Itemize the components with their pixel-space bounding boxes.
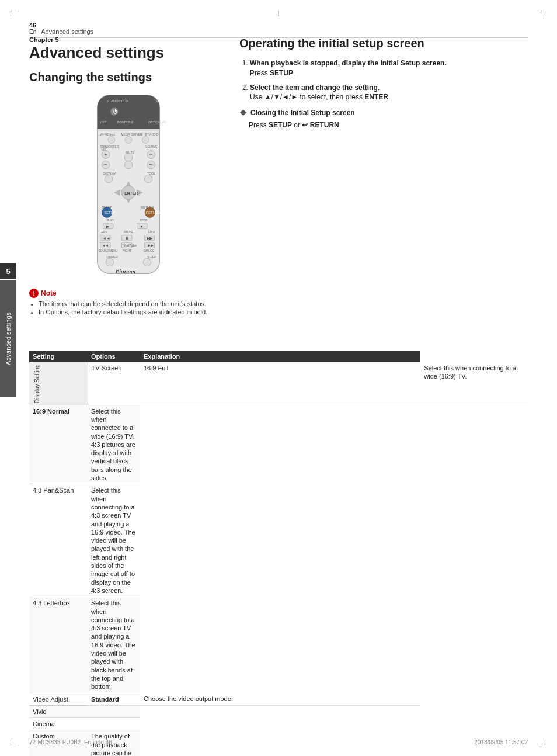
svg-text:USB: USB xyxy=(100,120,107,124)
explanation-cell: Choose the video output mode. xyxy=(140,693,420,705)
svg-text:▶▶: ▶▶ xyxy=(147,236,153,240)
note-icon: ! xyxy=(29,289,39,298)
col-options: Options xyxy=(88,351,140,362)
table-section: Setting Options Explanation Display Sett… xyxy=(29,346,528,756)
explanation-cell: Select this when connecting to a wide (1… xyxy=(420,362,528,405)
explanation-cell: Select this when connected to a wide (16… xyxy=(88,405,140,484)
page-header: 46 En Advanced settings xyxy=(29,22,528,38)
svg-text:−: − xyxy=(149,161,153,168)
table-row: Video AdjustStandardChoose the video out… xyxy=(29,693,528,705)
option-cell: Cinema xyxy=(29,718,88,730)
svg-point-25 xyxy=(124,153,133,161)
diamond-section: ❖ Closing the Initial Setup screen Press… xyxy=(239,108,528,130)
svg-text:OPTICAL I/O: OPTICAL I/O xyxy=(148,120,166,124)
side-tab-number: 5 xyxy=(0,263,16,279)
svg-text:DIALOG: DIALOG xyxy=(144,249,154,252)
svg-point-33 xyxy=(105,175,113,183)
option-cell: 4:3 Letterbox xyxy=(29,597,88,693)
svg-text:STANDBY/ON: STANDBY/ON xyxy=(107,99,128,103)
group-cell: Display Setting xyxy=(29,362,88,405)
diamond-title: ❖ Closing the Initial Setup screen xyxy=(239,108,528,117)
steps-list: When playback is stopped, display the In… xyxy=(239,58,528,102)
step-2: Select the item and change the setting. … xyxy=(250,83,528,103)
table-row: Cinema xyxy=(29,718,528,730)
right-section-title: Operating the initial setup screen xyxy=(239,36,528,50)
step-1-body: Press SETUP. xyxy=(250,69,295,77)
top-center-mark xyxy=(278,11,279,16)
settings-table: Setting Options Explanation Display Sett… xyxy=(29,351,528,756)
table-body: Display SettingTV Screen16:9 FullSelect … xyxy=(29,362,528,756)
explanation-cell xyxy=(88,705,140,717)
svg-text:NIGHT: NIGHT xyxy=(123,249,131,252)
remote-svg: STANDBY/ON TV ⏻ USB PORTABLE OPTICAL I/O… xyxy=(79,92,178,279)
note-item-1: The items that can be selected depend on… xyxy=(39,300,228,307)
option-cell: 16:9 Full xyxy=(140,362,420,405)
step-1-title: When playback is stopped, display the In… xyxy=(250,59,447,67)
header-section: Advanced settings xyxy=(41,28,93,35)
table-row: Vivid xyxy=(29,705,528,717)
svg-text:DISPLAY: DISPLAY xyxy=(103,171,116,175)
svg-text:|▶▶: |▶▶ xyxy=(147,243,154,247)
diamond-symbol: ❖ xyxy=(239,108,247,117)
svg-text:TV: TV xyxy=(154,99,159,103)
right-column: Operating the initial setup screen When … xyxy=(239,36,528,134)
svg-text:RETURN: RETURN xyxy=(146,211,160,214)
diamond-body: Press SETUP or ↩ RETURN. xyxy=(239,120,528,130)
chapter-label: Chapter 5 xyxy=(29,36,228,43)
svg-text:Pioneer: Pioneer xyxy=(116,268,137,275)
svg-text:BT AUDIO: BT AUDIO xyxy=(145,133,159,136)
table-row: Display SettingTV Screen16:9 FullSelect … xyxy=(29,362,528,405)
corner-mark-br xyxy=(541,740,546,745)
main-content: Chapter 5 Advanced settings Changing the… xyxy=(29,36,528,733)
note-title: ! Note xyxy=(29,289,228,298)
svg-text:■: ■ xyxy=(140,224,142,228)
svg-point-30 xyxy=(124,161,133,169)
left-column: Chapter 5 Advanced settings Changing the… xyxy=(29,36,228,321)
remote-image: STANDBY/ON TV ⏻ USB PORTABLE OPTICAL I/O… xyxy=(29,92,228,279)
footer-date: 2013/09/05 11:57:02 xyxy=(474,739,528,745)
svg-text:−: − xyxy=(104,161,107,168)
table-header-row: Setting Options Explanation xyxy=(29,351,528,362)
svg-text:SOUND MENU: SOUND MENU xyxy=(99,249,119,252)
step-2-title: Select the item and change the setting. xyxy=(250,84,380,92)
page-number: 46 En xyxy=(29,22,36,35)
svg-point-15 xyxy=(125,136,132,143)
chapter-title: Advanced settings xyxy=(29,44,228,61)
explanation-cell xyxy=(88,718,140,730)
note-box: ! Note The items that can be selected de… xyxy=(29,289,228,315)
explanation-cell: Select this when connecting to a 4:3 scr… xyxy=(88,597,140,693)
step-1: When playback is stopped, display the In… xyxy=(250,58,528,78)
svg-text:ENTER: ENTER xyxy=(124,190,138,195)
explanation-cell: Select this when connecting to a 4:3 scr… xyxy=(88,484,140,597)
table-row: 4:3 LetterboxSelect this when connecting… xyxy=(29,597,528,693)
svg-point-16 xyxy=(142,136,149,143)
svg-text:⏸: ⏸ xyxy=(125,236,129,240)
option-cell: Standard xyxy=(88,693,140,705)
svg-text:◄◄: ◄◄ xyxy=(102,236,110,240)
svg-text:PORTABLE: PORTABLE xyxy=(117,120,134,124)
svg-point-73 xyxy=(106,258,114,266)
step-2-body: Use ▲/▼/◄/► to select, then press ENTER. xyxy=(250,93,390,101)
table-row: 4:3 Pan&ScanSelect this when connecting … xyxy=(29,484,528,597)
option-cell: Vivid xyxy=(29,705,88,717)
page-footer: 72-MCS838-EU0B2_En.indd 46 2013/09/05 11… xyxy=(29,739,528,745)
corner-mark-tl xyxy=(11,11,16,16)
corner-mark-tr xyxy=(541,11,546,16)
setting-cell: TV Screen xyxy=(88,362,140,405)
svg-point-34 xyxy=(144,175,152,183)
svg-text:STOP: STOP xyxy=(140,219,147,222)
setting-cell: Video Adjust xyxy=(29,693,88,705)
svg-text:PLAY: PLAY xyxy=(107,219,114,222)
corner-mark-bl xyxy=(11,740,16,745)
side-tab-label: Advanced settings xyxy=(5,313,12,365)
note-item-2: In Options, the factory default settings… xyxy=(39,308,228,315)
section-title: Changing the settings xyxy=(29,71,228,84)
svg-text:+: + xyxy=(149,151,153,157)
svg-text:VOLUME: VOLUME xyxy=(145,145,158,148)
svg-text:Wi-Fi Direct: Wi-Fi Direct xyxy=(100,133,116,136)
diamond-title-text: Closing the Initial Setup screen xyxy=(250,109,355,117)
svg-text:REV: REV xyxy=(101,231,107,234)
footer-file: 72-MCS838-EU0B2_En.indd 46 xyxy=(29,739,112,745)
svg-text:SETUP: SETUP xyxy=(104,211,115,214)
table-row: 16:9 NormalSelect this when connected to… xyxy=(29,405,528,484)
